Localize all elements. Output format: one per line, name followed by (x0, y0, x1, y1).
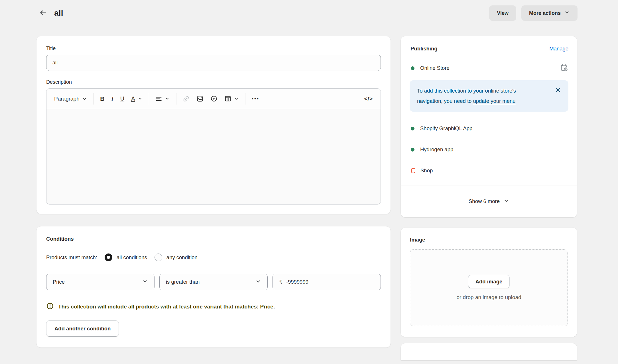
underline-icon: U (120, 95, 124, 102)
match-label: Products must match: (46, 254, 97, 261)
currency-prefix: ₹ (279, 279, 282, 285)
arrow-left-icon (39, 9, 47, 18)
status-dot-active (411, 148, 414, 152)
header-actions: View More actions (489, 5, 578, 21)
collection-edit-page: all View More actions Title Description (0, 0, 618, 364)
title-label: Title (46, 46, 381, 52)
toolbar-divider (176, 93, 176, 105)
show-more-button[interactable]: Show 6 more (401, 185, 577, 217)
condition-row: Price is greater than ₹ (46, 274, 381, 290)
publishing-heading: Publishing (410, 46, 438, 52)
update-menu-link[interactable]: update your menu (473, 98, 515, 104)
publishing-card: Publishing Manage Online Store To add th… (401, 36, 577, 217)
underline-button[interactable]: U (117, 92, 127, 105)
align-left-icon (155, 95, 162, 102)
schedule-calendar-icon (560, 63, 568, 73)
toolbar-divider (149, 93, 149, 105)
link-button[interactable] (180, 92, 193, 105)
toolbar-divider (245, 93, 246, 105)
link-icon (183, 95, 190, 102)
channel-row-hydrogen: Hydrogen app (401, 145, 577, 154)
channel-row-online-store: Online Store (401, 63, 577, 73)
chevron-down-icon (142, 279, 148, 286)
radio-any-condition[interactable]: any condition (154, 253, 198, 261)
image-heading: Image (410, 237, 568, 243)
show-html-button[interactable]: </> (361, 92, 376, 105)
chevron-down-icon (82, 96, 87, 101)
status-dot-active (411, 127, 414, 130)
partial-card (401, 343, 577, 360)
radio-selected-icon (105, 253, 112, 261)
add-image-button[interactable]: Add image (468, 275, 510, 288)
page-header: all View More actions (36, 5, 578, 22)
condition-value-input[interactable] (286, 279, 374, 285)
radio-all-conditions[interactable]: all conditions (105, 253, 147, 261)
title-input[interactable] (46, 55, 381, 71)
bold-icon: B (100, 95, 104, 102)
insert-video-button[interactable] (207, 92, 221, 105)
alignment-dropdown[interactable] (152, 92, 173, 105)
condition-field-select[interactable]: Price (46, 274, 154, 290)
main-column: Title Description Paragraph B (36, 36, 391, 347)
more-dots-icon: ••• (252, 96, 259, 102)
table-dropdown[interactable] (221, 92, 242, 105)
insert-image-button[interactable] (193, 92, 207, 105)
info-banner: To add this collection to your online st… (410, 80, 568, 112)
sidebar-column: Publishing Manage Online Store To add th… (401, 36, 577, 360)
manage-link[interactable]: Manage (549, 46, 568, 52)
back-button[interactable] (36, 7, 50, 20)
condition-warning: This collection will include all product… (46, 302, 381, 311)
banner-close-button[interactable] (554, 85, 563, 95)
conditions-card: Conditions Products must match: all cond… (36, 226, 391, 347)
editor-toolbar: Paragraph B I U (46, 89, 381, 109)
description-input[interactable] (46, 109, 381, 204)
status-dot-active (411, 66, 414, 70)
toolbar-divider (93, 93, 94, 105)
close-icon (555, 87, 562, 94)
channel-row-shop: Shop (401, 166, 577, 175)
chevron-down-icon (503, 198, 509, 205)
bold-button[interactable]: B (97, 92, 107, 105)
video-play-icon (210, 95, 217, 102)
more-formatting-button[interactable]: ••• (249, 92, 263, 105)
rich-text-editor: Paragraph B I U (46, 88, 381, 205)
more-actions-button[interactable]: More actions (521, 5, 578, 21)
chevron-down-icon (255, 279, 261, 286)
channel-row-graphiql: Shopify GraphiQL App (401, 124, 577, 133)
page-title: all (54, 9, 63, 18)
publishing-header: Publishing Manage (401, 46, 577, 52)
conditions-heading: Conditions (46, 236, 381, 242)
view-button[interactable]: View (489, 5, 516, 21)
condition-value-field: ₹ (273, 274, 381, 290)
alert-circle-icon (46, 302, 54, 311)
collection-details-card: Title Description Paragraph B (36, 36, 391, 214)
chevron-down-icon (165, 96, 170, 101)
table-icon (224, 95, 231, 102)
warning-text: This collection will include all product… (58, 304, 275, 310)
match-type-row: Products must match: all conditions any … (46, 253, 381, 261)
description-label: Description (46, 79, 381, 85)
condition-operator-select[interactable]: is greater than (159, 274, 268, 290)
image-dropzone[interactable]: Add image or drop an image to upload (410, 249, 568, 326)
chevron-down-icon (564, 10, 570, 17)
radio-unselected-icon (154, 253, 162, 261)
schedule-publish-button[interactable] (560, 63, 568, 73)
code-icon: </> (364, 96, 373, 102)
text-color-dropdown[interactable]: A (128, 92, 145, 105)
add-another-condition-button[interactable]: Add another condition (46, 320, 119, 337)
drop-hint-text: or drop an image to upload (456, 294, 521, 300)
image-icon (196, 95, 204, 102)
chevron-down-icon (234, 96, 239, 101)
paragraph-style-dropdown[interactable]: Paragraph (51, 92, 90, 105)
image-card: Image Add image or drop an image to uplo… (401, 228, 577, 337)
italic-button[interactable]: I (108, 92, 116, 105)
text-color-icon: A (131, 96, 135, 102)
chevron-down-icon (138, 96, 143, 101)
italic-icon: I (111, 95, 113, 103)
status-ring-inactive (411, 168, 415, 173)
